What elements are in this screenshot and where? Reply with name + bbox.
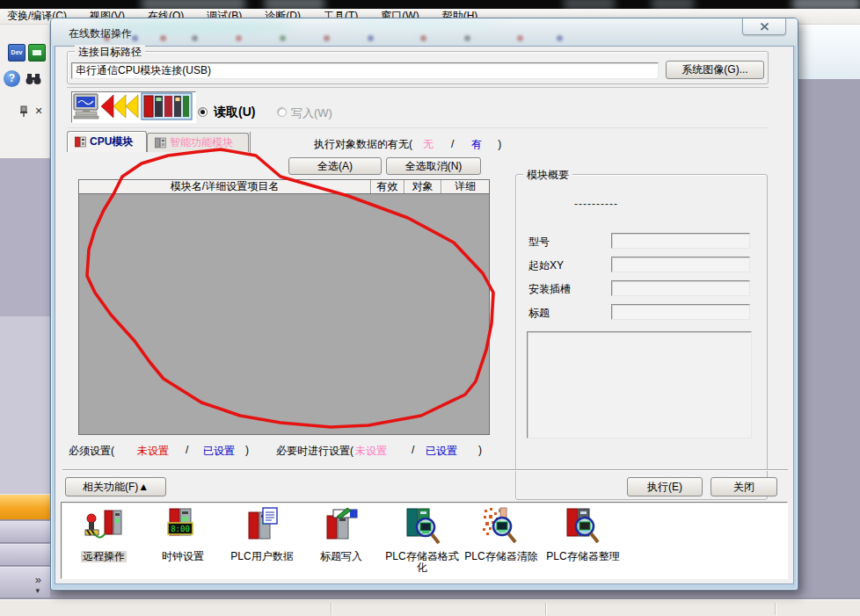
mount-slot-field[interactable] <box>611 280 750 296</box>
plc-memory-arrange-item[interactable]: PLC存储器整理 <box>544 507 622 562</box>
module-summary-group-label: 模块概要 <box>523 168 572 183</box>
system-image-button[interactable]: 系统图像(G)... <box>666 61 764 79</box>
left-toolbar: Dev ? ✕ <box>0 25 50 158</box>
slash: / <box>186 444 188 456</box>
caret-down-icon: ▾ <box>35 586 40 595</box>
status-bar <box>0 599 860 616</box>
presence-exists: 有 <box>471 138 482 150</box>
blur-dot <box>517 35 523 41</box>
title-write-item[interactable]: 标题写入 <box>302 507 380 562</box>
window-chrome-area <box>798 25 860 79</box>
cpu-module-icon <box>75 136 86 148</box>
blur-blob <box>563 0 616 9</box>
plc-memory-arrange-icon <box>563 507 603 547</box>
statusbar-divider <box>545 603 546 615</box>
blur-dot <box>464 35 470 41</box>
dialog-client-area: 连接目标路径 系统图像(G)... <box>55 46 794 584</box>
blur-dot <box>557 35 563 41</box>
tab-intelligent-function-module[interactable]: 智能功能模块 <box>147 133 249 152</box>
required-not-set: 未设置 <box>137 444 169 459</box>
start-xy-field[interactable] <box>611 257 750 272</box>
module-description-textarea[interactable] <box>527 331 752 438</box>
related-functions-button[interactable]: 相关功能(F)▲ <box>65 477 166 496</box>
plc-user-data-label: PLC用户数据 <box>223 551 301 562</box>
execute-button[interactable]: 执行(E) <box>627 477 703 496</box>
write-radio-label: 写入(W) <box>291 105 332 121</box>
nav-bar-active-button[interactable] <box>0 494 50 520</box>
module-summary-dashes: ---------- <box>574 198 618 210</box>
blur-dot <box>132 35 138 41</box>
connection-path-input[interactable] <box>71 62 659 79</box>
statusbar-divider <box>331 603 332 615</box>
title-field[interactable] <box>611 304 750 320</box>
write-radio[interactable] <box>277 107 287 117</box>
close-panel-icon[interactable]: ✕ <box>33 105 45 117</box>
paren: ) <box>245 444 249 456</box>
screen-top-strip <box>0 0 860 9</box>
online-data-operation-dialog: 在线数据操作 连接目标路径 系统图像(G)... <box>50 18 798 591</box>
plc-user-data-icon <box>242 507 282 547</box>
paren: ) <box>478 444 482 456</box>
blur-blob <box>141 0 246 9</box>
plc-memory-clear-item[interactable]: PLC存储器清除 <box>463 507 540 562</box>
help-icon[interactable]: ? <box>4 70 20 87</box>
plc-memory-clear-icon <box>481 507 521 547</box>
monitor-icon[interactable] <box>28 44 46 62</box>
model-label: 型号 <box>528 235 550 250</box>
pc-icon <box>74 94 98 119</box>
remote-operation-icon <box>84 507 124 547</box>
clock-text: 8:00 <box>171 525 190 533</box>
tab-cpu-module-label: CPU模块 <box>90 134 133 149</box>
presence-prefix: 执行对象数据的有无( <box>314 138 412 150</box>
close-button[interactable]: 关闭 <box>711 477 777 496</box>
select-all-button[interactable]: 全选(A) <box>288 157 382 175</box>
glass-streak <box>341 18 499 30</box>
presence-suffix: ) <box>498 138 501 150</box>
read-radio[interactable] <box>198 107 208 117</box>
blur-blob <box>264 0 325 9</box>
remote-operation-item[interactable]: 远程操作 <box>65 507 142 562</box>
plc-rack-icon <box>142 93 192 120</box>
module-table-body-empty[interactable] <box>79 194 489 435</box>
required-set: 已设置 <box>203 444 235 459</box>
module-summary-group: 模块概要 ---------- 型号 起始XY 安装插槽 标题 <box>515 174 768 500</box>
deselect-all-button[interactable]: 全选取消(N) <box>386 157 481 175</box>
read-radio-label[interactable]: 读取(U) <box>214 105 255 120</box>
clock-setting-label: 时钟设置 <box>144 551 222 562</box>
col-target: 对象 <box>404 180 441 193</box>
blur-dot <box>420 35 426 41</box>
optional-not-set: 未设置 <box>355 444 387 459</box>
tab-intelligent-function-module-label: 智能功能模块 <box>170 135 233 150</box>
optional-label: 必要时进行设置( <box>276 444 353 459</box>
nav-bar-button[interactable] <box>0 544 50 566</box>
close-icon <box>760 23 769 31</box>
model-field[interactable] <box>611 233 750 249</box>
blur-dot <box>324 35 330 41</box>
binoculars-icon[interactable] <box>25 70 42 88</box>
clock-setting-item[interactable]: 8:00 时钟设置 <box>144 507 222 562</box>
title-write-label: 标题写入 <box>302 551 380 562</box>
nav-bar-overflow-button[interactable]: » ▾ <box>0 567 50 598</box>
docked-panel-empty <box>0 158 50 316</box>
nav-bar-button[interactable] <box>0 521 50 543</box>
presence-slash: / <box>451 138 454 150</box>
blur-blob <box>651 0 695 9</box>
blur-dot <box>280 35 286 41</box>
module-table-header: 模块名/详细设置项目名 有效 对象 详细 <box>79 180 489 194</box>
intelligent-module-icon <box>155 137 166 149</box>
plc-memory-format-icon <box>402 507 442 547</box>
optional-set: 已设置 <box>426 444 457 459</box>
tab-cpu-module[interactable]: CPU模块 <box>67 131 147 152</box>
title-write-icon <box>321 507 361 547</box>
pin-icon[interactable] <box>18 105 30 118</box>
module-table[interactable]: 模块名/详细设置项目名 有效 对象 详细 <box>78 179 490 435</box>
dialog-titlebar[interactable]: 在线数据操作 <box>51 18 798 46</box>
transfer-arrows-icon <box>101 95 138 118</box>
clock-setting-icon: 8:00 <box>163 507 203 547</box>
plc-memory-format-label: PLC存储器格式化 <box>383 551 461 574</box>
plc-memory-format-item[interactable]: PLC存储器格式化 <box>383 507 461 574</box>
dialog-close-button[interactable] <box>742 18 786 35</box>
device-search-icon[interactable]: Dev <box>8 44 26 62</box>
related-functions-panel: 远程操作 8:00 时钟设置 <box>61 502 788 579</box>
plc-user-data-item[interactable]: PLC用户数据 <box>223 507 301 562</box>
